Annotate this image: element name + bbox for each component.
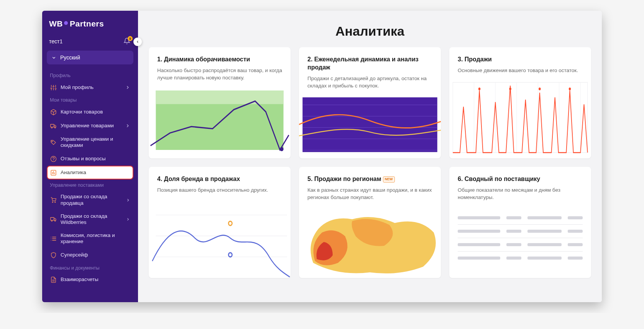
svg-rect-36 [302,97,437,152]
sidebar-item-label: Комиссия, логистика и хранение [61,232,130,245]
sidebar-collapse-button[interactable] [133,38,142,46]
svg-rect-22 [50,218,54,220]
delivery-icon [50,216,57,222]
truck-icon [50,123,57,129]
sidebar-item-wb-warehouse[interactable]: Продажи со склада Wildberries [47,210,133,229]
sidebar-item-supersafe[interactable]: Суперсейф [47,248,133,262]
svg-point-21 [54,202,55,202]
analytics-card-2[interactable]: 2. Еженедельная динамика и анализ продаж… [299,47,441,158]
svg-point-57 [228,253,232,257]
cart-icon [50,197,57,203]
list-icon [50,235,57,242]
sidebar-item-analytics[interactable]: Аналитика [47,166,133,179]
sidebar-item-label: Отзывы и вопросы [61,156,106,162]
card-viz-regions [299,206,441,278]
sidebar-item-commission[interactable]: Комиссия, логистика и хранение [47,229,133,248]
sidebar-item-product-cards[interactable]: Карточки товаров [47,105,133,119]
notifications-button[interactable]: 9 [123,38,131,45]
svg-point-20 [52,202,53,202]
sidebar-section-label: Профиль [47,70,133,81]
svg-point-35 [280,147,283,151]
user-row: тест1 9 [47,35,133,51]
barchart-icon [50,169,57,176]
sidebar-item-label: Взаиморасчеты [61,276,99,283]
nav-container: ПрофильМой профильМои товарыКарточки тов… [47,70,133,287]
table-row [458,211,583,224]
analytics-card-5[interactable]: 5. Продажи по регионамNEW Как в разных с… [299,167,441,278]
sidebar-item-label: Продажи со склада продавца [61,194,122,206]
svg-point-49 [478,88,481,90]
sidebar-item-label: Продажи со склада Wildberries [61,213,122,225]
analytics-card-1[interactable]: 1. Динамика оборачиваемости Насколько бы… [149,47,291,158]
sidebar-item-label: Аналитика [61,169,86,176]
sidebar-item-my-profile[interactable]: Мой профиль [47,81,133,94]
sidebar-item-seller-warehouse[interactable]: Продажи со склада продавца [47,190,133,209]
sidebar-item-settlements[interactable]: Взаиморасчеты [47,273,133,287]
brand-dot-icon [64,21,68,25]
chevron-left-icon [136,40,140,44]
svg-rect-42 [453,82,588,153]
svg-point-52 [569,88,571,90]
table-row [458,224,583,238]
card-viz-sales [449,79,591,158]
svg-point-50 [509,88,511,90]
svg-point-14 [51,156,56,161]
sidebar-section-label: Мои товары [47,94,133,105]
new-badge: NEW [383,176,395,183]
summary-table-placeholder [449,206,591,270]
chevron-right-icon [125,85,130,90]
sidebar-item-label: Карточки товаров [61,109,103,115]
shield-icon [50,252,57,258]
card-title: 4. Доля бренда в продажах [157,175,282,183]
table-row [458,238,583,251]
card-title: 1. Динамика оборачиваемости [157,56,282,64]
svg-point-11 [51,127,52,128]
app-shell: WB Partners тест1 9 Русский ПрофильМой п… [42,11,602,302]
card-desc: Насколько быстро распродаётся ваш товар,… [157,67,282,82]
brand-part1: WB [49,19,63,28]
card-desc: Основные движения вашего товара и его ос… [458,67,583,74]
help-icon [50,156,57,162]
svg-point-12 [54,127,56,128]
sidebar-item-label: Управление ценами и скидками [61,136,130,148]
svg-point-23 [51,220,52,222]
card-title: 3. Продажи [458,56,583,64]
svg-rect-34 [156,90,284,104]
analytics-card-4[interactable]: 4. Доля бренда в продажах Позиция вашего… [149,167,291,278]
card-title: 6. Сводный по поставщику [458,175,583,183]
card-viz-brandshare [149,198,291,278]
sidebar-item-manage-products[interactable]: Управление товарами [47,119,133,133]
card-viz-summary [449,206,591,278]
sidebar-item-reviews[interactable]: Отзывы и вопросы [47,152,133,166]
brand-logo: WB Partners [47,18,133,35]
language-selector[interactable]: Русский [47,51,133,64]
card-desc: Продажи с детализацией до артикула, оста… [307,75,432,90]
sliders-icon [50,84,57,91]
card-viz-weekly [299,94,441,158]
card-title: 5. Продажи по регионамNEW [307,175,432,183]
analytics-card-3[interactable]: 3. Продажи Основные движения вашего това… [449,47,591,158]
sidebar-section-label: Управление поставками [47,179,133,190]
svg-point-13 [52,141,53,142]
sidebar-item-manage-prices[interactable]: Управление ценами и скидками [47,133,133,152]
user-name: тест1 [49,38,62,44]
card-desc: Позиция вашего бренда относительно други… [157,186,282,194]
chevron-down-icon [51,55,56,60]
chevron-right-icon [126,217,130,222]
cards-grid: 1. Динамика оборачиваемости Насколько бы… [138,47,602,289]
sidebar-item-label: Управление товарами [61,123,114,129]
svg-point-51 [539,88,541,90]
sidebar: WB Partners тест1 9 Русский ПрофильМой п… [42,11,138,302]
svg-rect-10 [50,124,54,127]
sidebar-section-label: Финансы и документы [47,262,133,273]
table-row [458,251,583,265]
notification-badge: 9 [128,36,133,41]
card-desc: Общие показатели по месяцам и дням без н… [458,186,583,201]
card-viz-turnover [149,86,291,158]
language-label: Русский [60,54,80,61]
chevron-right-icon [126,197,130,203]
analytics-card-6[interactable]: 6. Сводный по поставщику Общие показател… [449,167,591,278]
brand-part2: Partners [70,19,104,28]
tag-icon [50,139,57,146]
sidebar-item-label: Мой профиль [61,84,94,90]
